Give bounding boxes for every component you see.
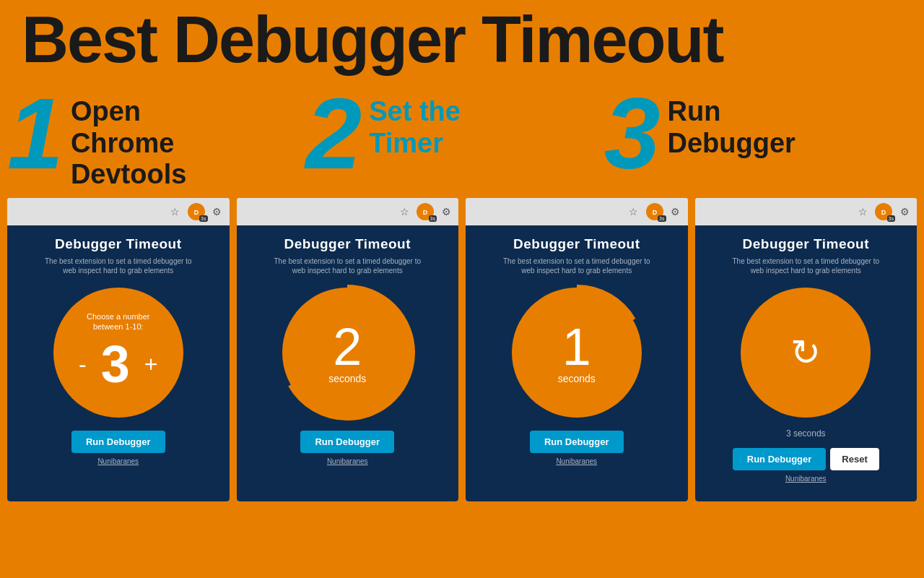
screenshots-row: ☆ D 3s ⚙ Debugger Timeout The best exten… <box>0 198 924 501</box>
ext-content-3: Debugger Timeout The best extension to s… <box>466 225 688 501</box>
ext-content-4: Debugger Timeout The best extension to s… <box>695 225 918 501</box>
ext-icon-4[interactable]: D 3s <box>875 203 892 220</box>
circle-2: 2 seconds <box>282 288 412 418</box>
circle-sub-3: seconds <box>558 373 596 384</box>
step-3-number: 3 <box>604 83 661 184</box>
circle-controls-1: - 3 + <box>79 335 157 394</box>
run-debugger-button-4[interactable]: Run Debugger <box>733 448 827 470</box>
ext-content-2: Debugger Timeout The best extension to s… <box>237 225 459 501</box>
circle-number-2: 2 <box>333 321 362 373</box>
svg-text:D: D <box>881 209 886 216</box>
card4-seconds-label: 3 seconds <box>786 428 826 439</box>
ext-icon-3[interactable]: D 3s <box>646 203 663 220</box>
minus-button-1[interactable]: - <box>79 351 87 378</box>
ext-title-2: Debugger Timeout <box>284 236 411 252</box>
ext-badge-2: 3s <box>429 215 437 222</box>
ext-subtitle-1: The best extension to set a timed debugg… <box>45 256 191 275</box>
screenshot-card-1: ☆ D 3s ⚙ Debugger Timeout The best exten… <box>7 198 230 501</box>
footer-link-3[interactable]: Nunibaranes <box>556 457 597 465</box>
step-2-label: Set the Timer <box>369 83 461 159</box>
steps-row: 1 Open Chrome Devtools 2 Set the Timer 3… <box>0 76 924 198</box>
footer-link-1[interactable]: Nunibaranes <box>97 457 139 465</box>
gear-icon-3: ⚙ <box>669 205 682 218</box>
reset-button-4[interactable]: Reset <box>830 448 879 470</box>
chrome-toolbar-2: ☆ D 3s ⚙ <box>237 198 459 225</box>
step-1: 1 Open Chrome Devtools <box>7 83 305 191</box>
run-debugger-button-3[interactable]: Run Debugger <box>530 431 624 453</box>
circle-1: Choose a numberbetween 1-10: - 3 + <box>53 288 183 418</box>
step-1-number: 1 <box>7 83 64 184</box>
chrome-toolbar-4: ☆ D 3s ⚙ <box>695 198 918 225</box>
ext-title-3: Debugger Timeout <box>513 236 640 252</box>
gear-icon-1: ⚙ <box>211 205 224 218</box>
star-icon-1: ☆ <box>169 205 182 218</box>
star-icon-4: ☆ <box>856 205 869 218</box>
screenshot-card-2: ☆ D 3s ⚙ Debugger Timeout The best exten… <box>237 198 459 501</box>
circle-4: ↻ <box>741 288 871 418</box>
star-icon-3: ☆ <box>627 205 640 218</box>
step-3: 3 Run Debugger <box>604 83 902 184</box>
refresh-icon-4: ↻ <box>790 332 821 374</box>
ext-subtitle-4: The best extension to set a timed debugg… <box>733 256 879 275</box>
gear-icon-4: ⚙ <box>898 205 911 218</box>
star-icon-2: ☆ <box>398 205 411 218</box>
chrome-toolbar-1: ☆ D 3s ⚙ <box>7 198 230 225</box>
ext-icon-2[interactable]: D 3s <box>417 203 434 220</box>
choose-label-1: Choose a numberbetween 1-10: <box>87 311 149 332</box>
step-2: 2 Set the Timer <box>305 83 603 184</box>
svg-text:D: D <box>423 209 428 216</box>
step-1-label: Open Chrome Devtools <box>71 83 186 191</box>
ext-badge-3: 3s <box>658 215 666 222</box>
step-3-label: Run Debugger <box>668 83 796 159</box>
ext-badge-4: 3s <box>887 215 895 222</box>
circle-3: 1 seconds <box>512 288 642 418</box>
header: Best Debugger Timeout <box>0 0 924 76</box>
circle-number-1: 3 <box>101 335 130 394</box>
bottom-buttons-4: Run Debugger Reset <box>733 442 879 470</box>
step-2-number: 2 <box>305 83 362 184</box>
ext-subtitle-3: The best extension to set a timed debugg… <box>503 256 650 275</box>
circle-sub-2: seconds <box>328 373 366 384</box>
screenshot-card-4: ☆ D 3s ⚙ Debugger Timeout The best exten… <box>695 198 918 501</box>
footer-link-2[interactable]: Nunibaranes <box>327 457 368 465</box>
circle-number-3: 1 <box>562 321 591 373</box>
ext-icon-1[interactable]: D 3s <box>188 203 205 220</box>
page-title: Best Debugger Timeout <box>22 7 902 72</box>
svg-text:D: D <box>652 209 657 216</box>
run-debugger-button-2[interactable]: Run Debugger <box>300 431 394 453</box>
chrome-toolbar-3: ☆ D 3s ⚙ <box>466 198 688 225</box>
run-debugger-button-1[interactable]: Run Debugger <box>71 431 165 453</box>
footer-link-4[interactable]: Nunibaranes <box>785 475 827 483</box>
screenshot-card-3: ☆ D 3s ⚙ Debugger Timeout The best exten… <box>466 198 688 501</box>
ext-content-1: Debugger Timeout The best extension to s… <box>7 225 230 501</box>
svg-text:D: D <box>193 209 199 216</box>
ext-subtitle-2: The best extension to set a timed debugg… <box>274 256 421 275</box>
plus-button-1[interactable]: + <box>144 351 158 378</box>
ext-title-4: Debugger Timeout <box>743 236 870 252</box>
gear-icon-2: ⚙ <box>440 205 453 218</box>
ext-badge-1: 3s <box>199 215 207 222</box>
ext-title-1: Debugger Timeout <box>55 236 182 252</box>
